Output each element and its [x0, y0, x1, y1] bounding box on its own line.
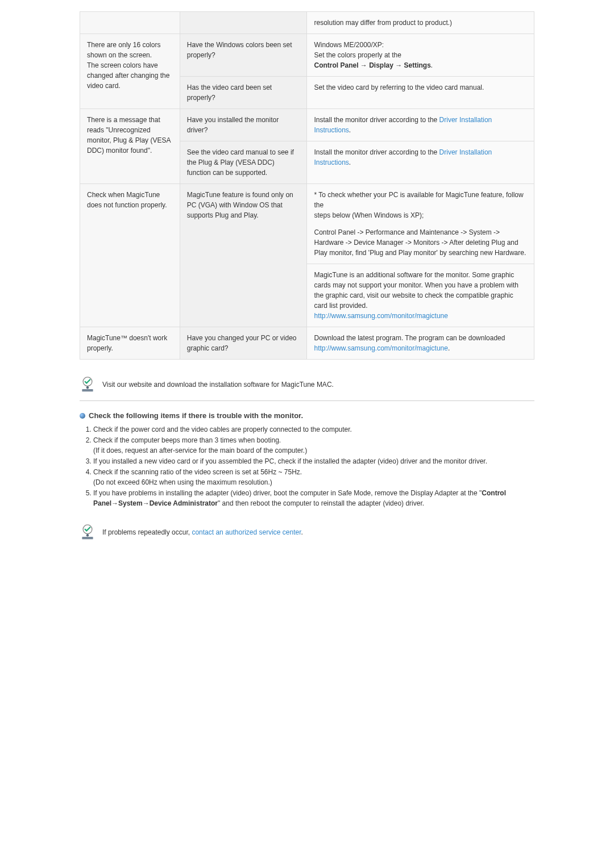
note-post: . [301, 528, 303, 536]
samsung-magictune-link[interactable]: http://www.samsung.com/monitor/magictune [314, 312, 447, 320]
cell-symptom: There is a message that reads "Unrecogni… [80, 109, 180, 184]
cell-check [180, 12, 307, 34]
control-panel-path: Control Panel → Display → Settings [314, 61, 430, 69]
cell-symptom [80, 12, 180, 34]
troubleshooting-table: resolution may differ from product to pr… [80, 11, 534, 360]
note-pre: If problems repeatedly occur, [102, 528, 192, 536]
solution-text: Download the latest program. The program… [314, 334, 505, 342]
solution-text: . [349, 126, 351, 134]
solution-text: Install the monitor driver according to … [314, 116, 439, 124]
check-heading: Check the following items if there is tr… [80, 411, 534, 420]
note-text: Visit our website and download the insta… [102, 381, 334, 389]
solution-text: . [349, 158, 351, 166]
cell-symptom: Check when MagicTune does not function p… [80, 184, 180, 327]
solution-block: * To check whether your PC is available … [314, 190, 527, 220]
cell-solution: Set the video card by referring to the v… [307, 77, 534, 109]
cell-check: Have you installed the monitor driver? [180, 109, 307, 141]
cell-check: Have you changed your PC or video graphi… [180, 327, 307, 360]
note-text: If problems repeatedly occur, contact an… [102, 528, 303, 536]
bullet-icon [80, 413, 85, 419]
cell-solution: Download the latest program. The program… [307, 327, 534, 360]
check-heading-text: Check the following items if there is tr… [89, 411, 303, 420]
cell-symptom: There are only 16 colors shown on the sc… [80, 34, 180, 109]
list-item: If you installed a new video card or if … [93, 456, 534, 466]
svg-rect-2 [82, 389, 93, 391]
check-list: Check if the power cord and the video ca… [80, 424, 534, 508]
list-text: If you have problems in installing the a… [93, 489, 482, 497]
samsung-magictune-link[interactable]: http://www.samsung.com/monitor/magictune [314, 344, 447, 352]
note-row: If problems repeatedly occur, contact an… [80, 519, 534, 548]
cell-solution: Windows ME/2000/XP: Set the colors prope… [307, 34, 534, 77]
solution-text: . [431, 61, 433, 69]
checkmark-monitor-icon [80, 524, 96, 540]
list-item: If you have problems in installing the a… [93, 488, 534, 508]
svg-point-4 [86, 534, 89, 536]
solution-text: Windows ME/2000/XP: Set the colors prope… [314, 41, 401, 59]
cell-check: Has the video card been set properly? [180, 77, 307, 109]
cell-solution: MagicTune is an additional software for … [307, 264, 534, 327]
note-row: Visit our website and download the insta… [80, 371, 534, 401]
svg-point-1 [86, 386, 89, 389]
solution-text: MagicTune is an additional software for … [314, 271, 518, 310]
list-item: Check if the power cord and the video ca… [93, 424, 534, 435]
list-item: Check if the computer beeps more than 3 … [93, 435, 534, 456]
cell-solution: resolution may differ from product to pr… [307, 12, 534, 34]
checkmark-monitor-icon [80, 377, 96, 393]
cell-symptom: MagicTune™ doesn't work properly. [80, 327, 180, 360]
solution-text: Install the monitor driver according to … [314, 148, 439, 156]
solution-block: Control Panel -> Performance and Mainten… [314, 227, 527, 258]
list-item: Check if the scanning ratio of the video… [93, 467, 534, 487]
solution-text: . [448, 344, 450, 352]
cell-check: See the video card manual to see if the … [180, 141, 307, 184]
cell-check: Have the Windows colors been set properl… [180, 34, 307, 77]
service-center-link[interactable]: contact an authorized service center [192, 528, 301, 536]
cell-solution: Install the monitor driver according to … [307, 141, 534, 184]
cell-check: MagicTune feature is found only on PC (V… [180, 184, 307, 327]
cell-solution: * To check whether your PC is available … [307, 184, 534, 264]
svg-rect-5 [82, 537, 93, 539]
cell-solution: Install the monitor driver according to … [307, 109, 534, 141]
list-text: " and then reboot the computer to reinst… [218, 499, 424, 507]
